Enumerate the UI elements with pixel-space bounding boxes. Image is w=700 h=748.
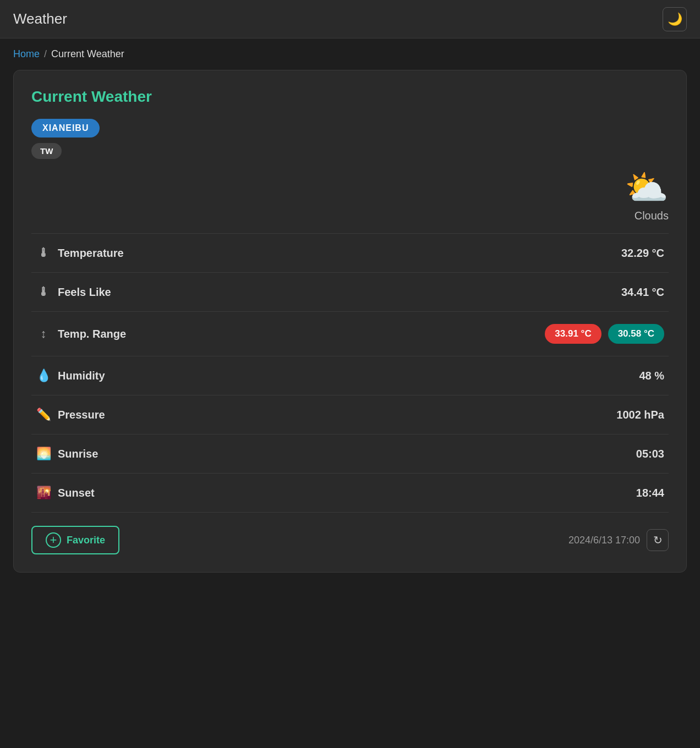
weather-rows: 🌡 Temperature 32.29 °C 🌡 Feels Like 34.4…	[31, 233, 669, 513]
cloud-icon: ⛅	[625, 170, 669, 205]
thermometer-icon: 🌡	[36, 246, 51, 260]
pressure-icon: ✏️	[36, 408, 51, 422]
feels-like-row: 🌡 Feels Like 34.41 °C	[31, 273, 669, 312]
temp-low-badge: 30.58 °C	[608, 324, 664, 344]
temp-range-badges: 33.91 °C 30.58 °C	[545, 324, 664, 344]
humidity-row: 💧 Humidity 48 %	[31, 356, 669, 395]
sunset-label-group: 🌇 Sunset	[36, 486, 95, 500]
sunrise-value: 05:03	[636, 448, 664, 460]
footer-right: 2024/6/13 17:00 ↻	[568, 529, 669, 551]
temp-range-row: ↕ Temp. Range 33.91 °C 30.58 °C	[31, 312, 669, 356]
timestamp: 2024/6/13 17:00	[568, 535, 640, 546]
temperature-label-group: 🌡 Temperature	[36, 246, 124, 260]
sunrise-row: 🌅 Sunrise 05:03	[31, 435, 669, 474]
card-footer: + Favorite 2024/6/13 17:00 ↻	[31, 526, 669, 554]
temperature-row: 🌡 Temperature 32.29 °C	[31, 234, 669, 273]
city-badge: XIANEIBU	[31, 119, 100, 138]
sunset-icon: 🌇	[36, 486, 51, 500]
sunrise-label-group: 🌅 Sunrise	[36, 447, 98, 461]
favorite-plus-icon: +	[46, 532, 61, 548]
favorite-button[interactable]: + Favorite	[31, 526, 119, 554]
breadcrumb-home-link[interactable]: Home	[13, 48, 40, 60]
weather-card: Current Weather XIANEIBU TW ⛅ Clouds 🌡 T…	[13, 70, 687, 573]
country-badge: TW	[31, 143, 62, 159]
humidity-icon: 💧	[36, 369, 51, 383]
breadcrumb-separator: /	[44, 48, 47, 60]
app-header: Weather 🌙	[0, 0, 700, 38]
temp-range-label: Temp. Range	[58, 328, 126, 340]
humidity-value: 48 %	[639, 370, 664, 382]
feels-like-value: 34.41 °C	[621, 286, 664, 299]
temp-range-icon: ↕	[36, 327, 51, 341]
dark-mode-toggle[interactable]: 🌙	[663, 7, 687, 31]
sunrise-icon: 🌅	[36, 447, 51, 461]
app-title: Weather	[13, 10, 67, 28]
humidity-label: Humidity	[58, 370, 105, 382]
feels-like-label-group: 🌡 Feels Like	[36, 285, 111, 299]
temperature-label: Temperature	[58, 247, 124, 260]
humidity-label-group: 💧 Humidity	[36, 369, 105, 383]
moon-icon: 🌙	[668, 12, 682, 26]
card-title: Current Weather	[31, 88, 669, 106]
feels-like-icon: 🌡	[36, 285, 51, 299]
sunrise-label: Sunrise	[58, 448, 98, 460]
pressure-row: ✏️ Pressure 1002 hPa	[31, 395, 669, 435]
weather-icon-area: ⛅ Clouds	[31, 170, 669, 222]
location-badges: XIANEIBU TW	[31, 119, 669, 159]
pressure-label-group: ✏️ Pressure	[36, 408, 105, 422]
breadcrumb-current: Current Weather	[51, 48, 124, 60]
temp-range-label-group: ↕ Temp. Range	[36, 327, 126, 341]
weather-description: Clouds	[635, 210, 669, 222]
temp-high-badge: 33.91 °C	[545, 324, 601, 344]
refresh-button[interactable]: ↻	[647, 529, 669, 551]
feels-like-label: Feels Like	[58, 286, 111, 299]
breadcrumb: Home / Current Weather	[0, 38, 700, 70]
sunset-row: 🌇 Sunset 18:44	[31, 474, 669, 513]
sunset-label: Sunset	[58, 487, 95, 499]
temperature-value: 32.29 °C	[621, 247, 664, 260]
sunset-value: 18:44	[636, 487, 664, 499]
pressure-label: Pressure	[58, 409, 105, 421]
favorite-label: Favorite	[67, 535, 105, 546]
refresh-icon: ↻	[653, 534, 663, 547]
pressure-value: 1002 hPa	[616, 409, 664, 421]
